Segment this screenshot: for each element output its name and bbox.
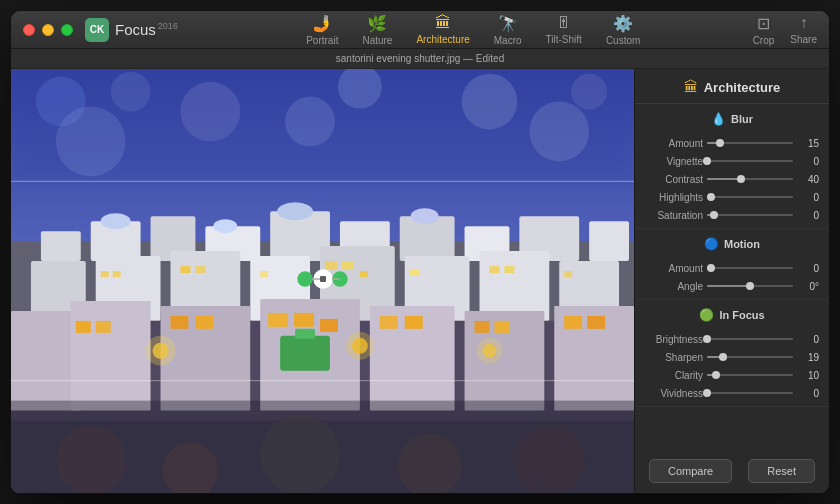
svg-point-22	[213, 219, 237, 233]
blur-vignette-row: Vignette 0	[635, 152, 829, 170]
right-panel: 🏛 Architecture 💧 Blur Amount	[634, 69, 829, 493]
app-logo: CK Focus2016	[85, 18, 178, 42]
focus-vividness-slider[interactable]	[707, 386, 793, 400]
svg-rect-39	[342, 261, 354, 269]
photo-svg	[11, 69, 634, 493]
focus-brightness-slider[interactable]	[707, 332, 793, 346]
svg-rect-60	[380, 316, 398, 329]
motion-amount-slider[interactable]	[707, 261, 793, 275]
blur-amount-row: Amount 15	[635, 134, 829, 152]
blur-section: 💧 Blur Amount 15 Vignette	[635, 104, 829, 229]
focus-clarity-row: Clarity 10	[635, 366, 829, 384]
blur-section-title: 💧 Blur	[635, 110, 829, 128]
svg-rect-81	[11, 401, 634, 493]
svg-rect-65	[587, 316, 605, 329]
svg-point-73	[477, 338, 503, 364]
svg-rect-33	[101, 271, 109, 277]
panel-footer: Compare Reset	[635, 449, 829, 493]
svg-rect-55	[170, 316, 188, 329]
focus-vividness-row: Vividness 0	[635, 384, 829, 402]
svg-rect-34	[113, 271, 121, 277]
motion-section-title: 🔵 Motion	[635, 235, 829, 253]
file-title: santorini evening shutter.jpg — Edited	[336, 53, 504, 64]
logo-icon: CK	[85, 18, 109, 42]
title-bar-right: ⊡ Crop ↑ Share	[753, 14, 817, 46]
focus-sharpen-row: Sharpen 19	[635, 348, 829, 366]
tab-tiltshift[interactable]: 🎚 Tilt-Shift	[536, 12, 592, 47]
tab-portrait[interactable]: 🤳 Portrait	[296, 12, 348, 48]
main-content: 🏛 Architecture 💧 Blur Amount	[11, 69, 829, 493]
svg-rect-42	[489, 266, 499, 273]
svg-rect-57	[268, 313, 288, 327]
svg-rect-61	[405, 316, 423, 329]
window-buttons	[23, 24, 73, 36]
title-bar: CK Focus2016 🤳 Portrait 🌿 Nature 🏛 Archi…	[11, 11, 829, 49]
svg-rect-56	[195, 316, 213, 329]
svg-rect-37	[260, 271, 268, 277]
svg-rect-59	[320, 319, 338, 332]
focus-brightness-row: Brightness 0	[635, 330, 829, 348]
tab-nature[interactable]: 🌿 Nature	[352, 12, 402, 48]
svg-point-69	[146, 336, 176, 366]
image-area[interactable]	[11, 69, 634, 493]
svg-rect-80	[11, 69, 634, 181]
photo-container	[11, 69, 634, 493]
panel-header: 🏛 Architecture	[635, 69, 829, 104]
crop-button[interactable]: ⊡ Crop	[753, 14, 775, 46]
svg-point-84	[298, 272, 312, 286]
blur-icon: 💧	[711, 112, 726, 126]
motion-angle-slider[interactable]	[707, 279, 793, 293]
blur-contrast-row: Contrast 40	[635, 170, 829, 188]
app-window: CK Focus2016 🤳 Portrait 🌿 Nature 🏛 Archi…	[10, 10, 830, 494]
svg-point-23	[277, 202, 313, 220]
reset-button[interactable]: Reset	[748, 459, 815, 483]
app-name: Focus2016	[115, 21, 178, 38]
motion-amount-row: Amount 0	[635, 259, 829, 277]
blur-saturation-row: Saturation 0	[635, 206, 829, 224]
svg-rect-86	[320, 276, 326, 282]
svg-rect-62	[475, 321, 490, 333]
svg-rect-46	[11, 311, 81, 411]
tab-architecture[interactable]: 🏛 Architecture	[406, 12, 479, 47]
compare-button[interactable]: Compare	[649, 459, 732, 483]
svg-rect-53	[76, 321, 91, 333]
svg-rect-35	[180, 266, 190, 273]
focus-sharpen-slider[interactable]	[707, 350, 793, 364]
motion-icon: 🔵	[704, 237, 719, 251]
minimize-button[interactable]	[42, 24, 54, 36]
maximize-button[interactable]	[61, 24, 73, 36]
svg-rect-40	[360, 271, 368, 277]
blur-highlights-row: Highlights 0	[635, 188, 829, 206]
svg-point-21	[101, 213, 131, 229]
blur-highlights-slider[interactable]	[707, 190, 793, 204]
svg-point-24	[411, 208, 439, 224]
infocus-section-title: 🟢 In Focus	[635, 306, 829, 324]
motion-section: 🔵 Motion Amount 0 Angle	[635, 229, 829, 300]
close-button[interactable]	[23, 24, 35, 36]
panel-title: Architecture	[704, 80, 781, 95]
blur-amount-slider[interactable]	[707, 136, 793, 150]
svg-rect-67	[295, 329, 315, 339]
motion-angle-row: Angle 0°	[635, 277, 829, 295]
tab-macro[interactable]: 🔭 Macro	[484, 12, 532, 48]
infocus-section: 🟢 In Focus Brightness 0 S	[635, 300, 829, 407]
svg-rect-44	[564, 271, 572, 277]
blur-saturation-slider[interactable]	[707, 208, 793, 222]
svg-rect-20	[589, 221, 629, 261]
svg-rect-31	[479, 251, 549, 321]
blur-vignette-slider[interactable]	[707, 154, 793, 168]
share-button[interactable]: ↑ Share	[790, 14, 817, 45]
focus-icon: 🟢	[699, 308, 714, 322]
panel-title-icon: 🏛	[684, 79, 698, 95]
svg-rect-58	[294, 313, 314, 327]
focus-clarity-slider[interactable]	[707, 368, 793, 382]
svg-rect-63	[494, 321, 509, 333]
tab-custom[interactable]: ⚙️ Custom	[596, 12, 650, 48]
svg-rect-43	[504, 266, 514, 273]
svg-rect-41	[410, 269, 420, 276]
svg-rect-54	[96, 321, 111, 333]
svg-rect-47	[71, 301, 151, 411]
svg-rect-64	[564, 316, 582, 329]
blur-contrast-slider[interactable]	[707, 172, 793, 186]
svg-rect-36	[195, 266, 205, 273]
